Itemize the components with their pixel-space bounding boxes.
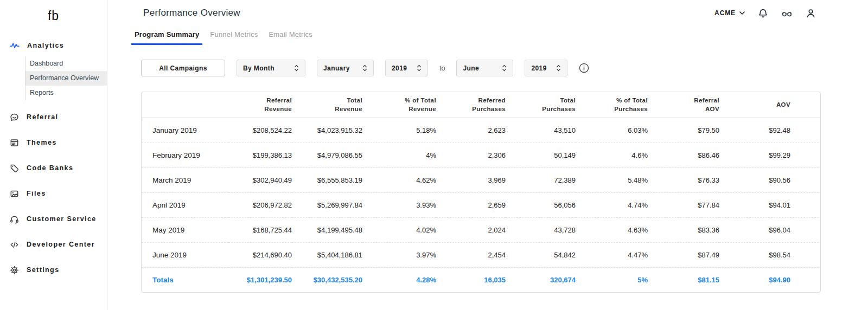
column-header: Referred Purchases <box>436 92 506 118</box>
sidebar-item-reports[interactable]: Reports <box>25 86 107 100</box>
end-month-select[interactable]: June <box>456 60 513 76</box>
tab-bar: Program Summary Funnel Metrics Email Met… <box>107 30 868 45</box>
select-value: By Month <box>243 64 275 72</box>
tag-icon <box>10 164 19 173</box>
sidebar-item-label: Customer Service <box>27 215 97 223</box>
main-content: Performance Overview ACME <box>107 0 868 310</box>
group-by-select[interactable]: By Month <box>237 60 305 76</box>
row-label: January 2019 <box>142 118 228 143</box>
user-profile-icon[interactable] <box>806 8 816 18</box>
table-row: May 2019$168,725.44$4,199,495.484.02%2,0… <box>142 217 821 242</box>
chevron-down-icon <box>739 11 745 15</box>
sidebar-item-label: Referral <box>27 113 58 121</box>
table-cell: 2,306 <box>436 143 506 167</box>
table-cell: $77.84 <box>648 192 719 217</box>
sidebar-item-performance-overview[interactable]: Performance Overview <box>25 71 107 86</box>
analytics-pulse-icon <box>10 41 20 50</box>
sidebar-item-themes[interactable]: Themes <box>0 135 107 150</box>
table-row: April 2019$206,972.82$5,269,997.843.93%2… <box>142 192 821 217</box>
table-cell: $98.54 <box>719 242 821 267</box>
end-year-select[interactable]: 2019 <box>525 60 567 76</box>
sidebar-item-label: Files <box>27 190 46 197</box>
table-cell: $81.15 <box>648 267 719 292</box>
table-row: March 2019$302,940.49$6,555,853.194.62%3… <box>142 167 821 192</box>
unfold-arrows-icon <box>556 64 561 72</box>
table-cell: $83.36 <box>648 217 719 242</box>
date-range-separator: to <box>439 64 445 72</box>
code-icon <box>10 240 19 249</box>
row-label: March 2019 <box>142 167 228 192</box>
tab-funnel-metrics[interactable]: Funnel Metrics <box>207 30 261 45</box>
sidebar-item-label: Settings <box>27 266 60 274</box>
analytics-submenu: Dashboard Performance Overview Reports <box>25 56 107 100</box>
preview-glasses-icon[interactable] <box>781 8 793 18</box>
table-cell: 43,728 <box>506 217 576 242</box>
table-cell: 2,454 <box>436 242 506 267</box>
start-year-select[interactable]: 2019 <box>385 60 428 76</box>
table-cell: 4.62% <box>362 167 436 192</box>
sidebar-nav: Analytics Dashboard Performance Overview… <box>0 38 107 277</box>
select-value: January <box>323 64 350 72</box>
select-value: June <box>463 64 479 72</box>
notifications-bell-icon[interactable] <box>758 8 768 18</box>
table-cell: $4,979,086.55 <box>292 143 362 167</box>
select-value: 2019 <box>531 64 546 72</box>
performance-table: Referral RevenueTotal Revenue% of Total … <box>141 92 821 293</box>
app-window: fb Analytics Dashboard Performance Overv… <box>0 0 868 310</box>
table-cell: $79.50 <box>648 118 719 143</box>
table-cell: $76.33 <box>648 167 719 192</box>
table-header-row: Referral RevenueTotal Revenue% of Total … <box>142 92 821 118</box>
gear-icon <box>10 266 19 275</box>
account-switcher[interactable]: ACME <box>714 9 745 17</box>
table-cell: 3,969 <box>436 167 506 192</box>
table-cell: 3.93% <box>362 192 436 217</box>
sidebar-item-developer-center[interactable]: Developer Center <box>0 237 107 252</box>
table-cell: $1,301,239.50 <box>228 267 292 292</box>
table-cell: 4% <box>362 143 436 167</box>
chat-bubble-icon <box>10 113 19 122</box>
row-label: Totals <box>142 267 228 292</box>
sidebar-item-label: Developer Center <box>27 241 95 248</box>
sidebar-item-code-banks[interactable]: Code Banks <box>0 160 107 176</box>
sidebar-item-label: Analytics <box>27 42 64 49</box>
sidebar-item-label: Themes <box>27 139 57 146</box>
table-cell: 2,659 <box>436 192 506 217</box>
table-cell: $5,404,186.81 <box>292 242 362 267</box>
table-cell: 5.18% <box>362 118 436 143</box>
campaign-filter-button[interactable]: All Campaigns <box>141 60 225 76</box>
sidebar-item-files[interactable]: Files <box>0 186 107 201</box>
table-cell: 4.47% <box>576 242 648 267</box>
sidebar-item-dashboard[interactable]: Dashboard <box>25 56 107 71</box>
table-cell: $214,690.40 <box>228 242 292 267</box>
table-cell: $4,199,495.48 <box>292 217 362 242</box>
row-label: May 2019 <box>142 217 228 242</box>
tab-email-metrics[interactable]: Email Metrics <box>265 30 316 45</box>
table-cell: $6,555,853.19 <box>292 167 362 192</box>
sidebar: fb Analytics Dashboard Performance Overv… <box>0 0 107 310</box>
table-cell: $5,269,997.84 <box>292 192 362 217</box>
table-cell: $208,524.22 <box>228 118 292 143</box>
info-icon[interactable] <box>579 63 589 73</box>
table-cell: $86.46 <box>648 143 719 167</box>
main-header: Performance Overview ACME <box>107 0 868 18</box>
table-cell: $94.01 <box>719 192 821 217</box>
unfold-arrows-icon <box>417 64 422 72</box>
sidebar-item-customer-service[interactable]: Customer Service <box>0 211 107 227</box>
column-header: Referral AOV <box>648 92 719 118</box>
sidebar-item-analytics[interactable]: Analytics <box>0 38 107 53</box>
column-header: Referral Revenue <box>228 92 292 118</box>
table-cell: 4.28% <box>362 267 436 292</box>
start-month-select[interactable]: January <box>317 60 374 76</box>
table-row: June 2019$214,690.40$5,404,186.813.97%2,… <box>142 242 821 267</box>
table-cell: 320,674 <box>506 267 576 292</box>
table-cell: 2,024 <box>436 217 506 242</box>
table-cell: $96.04 <box>719 217 821 242</box>
select-value: 2019 <box>392 64 407 72</box>
sidebar-item-referral[interactable]: Referral <box>0 109 107 125</box>
totals-row: Totals$1,301,239.50$30,432,535.204.28%16… <box>142 267 821 292</box>
sidebar-item-settings[interactable]: Settings <box>0 262 107 277</box>
app-logo[interactable]: fb <box>0 0 107 24</box>
table-cell: 4.74% <box>576 192 648 217</box>
column-header: % of Total Revenue <box>362 92 436 118</box>
tab-program-summary[interactable]: Program Summary <box>131 30 202 45</box>
